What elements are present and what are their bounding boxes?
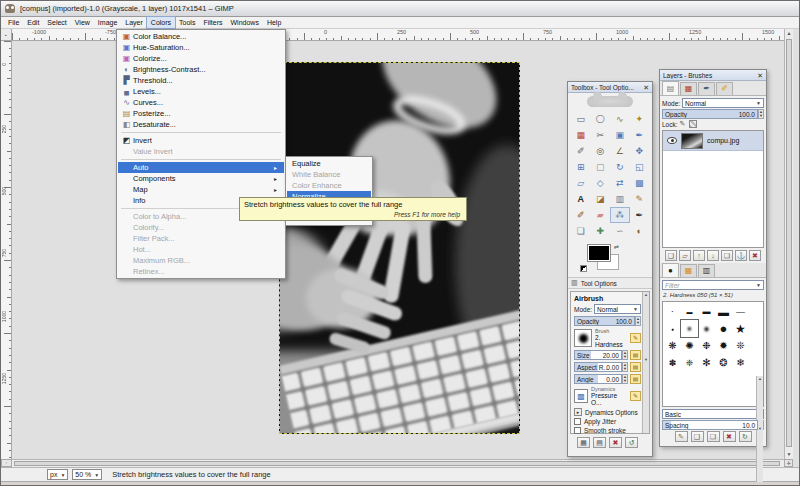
layer-opacity-slider[interactable]: Opacity 100.0	[662, 109, 758, 119]
reset-options-button[interactable]: ↺	[625, 437, 638, 448]
tool-select-by-color[interactable]: ▦	[571, 127, 591, 143]
menu-bar-item[interactable]: Filters	[199, 17, 226, 28]
brush-filter-input[interactable]: Filter ▼	[662, 280, 764, 290]
colors-menu-item[interactable]: ▣ Color Balance...	[118, 31, 284, 42]
colors-menu-item[interactable]: ◐ Brightness-Contrast...	[118, 64, 284, 75]
colors-menu-item[interactable]: Auto ▸	[118, 162, 284, 173]
tool-dodge-burn[interactable]: ◐	[630, 223, 650, 239]
h-scrollbar[interactable]	[12, 459, 784, 467]
tool-paintbrush[interactable]: ✐	[571, 207, 591, 223]
tool-flip[interactable]: ⇄	[610, 175, 630, 191]
tool-shear[interactable]: ▱	[571, 175, 591, 191]
smooth-stroke-checkbox[interactable]	[574, 427, 581, 434]
ruler-origin-button[interactable]: ▪	[1, 29, 12, 41]
tool-paths[interactable]: ✒	[630, 127, 650, 143]
colors-menu-item[interactable]: Colorify...	[118, 222, 284, 233]
aspect-stepper[interactable]: ▲▼	[622, 362, 628, 372]
tool-scale[interactable]: ◱	[630, 159, 650, 175]
delete-layer-button[interactable]: ✖	[749, 250, 761, 261]
colors-menu-item[interactable]: ◩ Invert	[118, 135, 284, 146]
zoom-select[interactable]: 50 % ▼	[72, 469, 102, 480]
menu-bar-item[interactable]: Help	[263, 17, 285, 28]
brush-item[interactable]: ▬	[681, 303, 698, 320]
lock-alpha-icon[interactable]	[689, 120, 697, 128]
brush-item[interactable]: ★	[732, 320, 749, 337]
lower-layer-button[interactable]: ↓	[707, 250, 719, 261]
colors-menu-item[interactable]: Filter Pack...	[118, 233, 284, 244]
brush-item[interactable]: ❈	[681, 354, 698, 371]
colors-menu-item[interactable]: ∿ Curves...	[118, 97, 284, 108]
colors-menu-item[interactable]: ▅ Levels...	[118, 86, 284, 97]
tool-free-select[interactable]: ∿	[610, 111, 630, 127]
tool-eraser[interactable]: ▰	[591, 207, 611, 223]
tool-color-picker[interactable]: ✐	[571, 143, 591, 159]
brush-item[interactable]: ❋	[664, 337, 681, 354]
tool-options-scrollbar[interactable]: ▲▼	[642, 292, 649, 433]
tool-scissors-select[interactable]: ✂	[591, 127, 611, 143]
brush-item[interactable]: ❊	[732, 337, 749, 354]
tool-bucket-fill[interactable]: ◪	[591, 191, 611, 207]
title-bar[interactable]: [compus] (imported)-1.0 (Grayscale, 1 la…	[1, 1, 800, 17]
restore-options-button[interactable]: ▤	[593, 437, 606, 448]
gradients-tab[interactable]: ▥	[698, 264, 715, 277]
visibility-eye-icon[interactable]	[667, 137, 677, 144]
toolbox-title-bar[interactable]: Toolbox - Tool Optio... ✕	[568, 82, 652, 93]
menu-bar-item[interactable]: Image	[94, 17, 121, 28]
brush-item[interactable]: —	[732, 303, 749, 320]
menu-bar-item[interactable]: Windows	[226, 17, 262, 28]
opacity-slider[interactable]: Opacity 100.0	[574, 316, 635, 326]
brush-thumbnail[interactable]	[574, 329, 592, 347]
edit-brush-button[interactable]: ✎	[675, 431, 688, 442]
colors-menu-item[interactable]: Retinex...	[118, 266, 284, 277]
tool-ellipse-select[interactable]: ◯	[591, 111, 611, 127]
h-scroll-thumb[interactable]	[14, 461, 780, 466]
v-scrollbar[interactable]: ▲ ▼	[784, 29, 793, 459]
tool-foreground-select[interactable]: ▣	[610, 127, 630, 143]
opacity-stepper[interactable]: ▲▼	[635, 316, 641, 326]
aspect-ratio-slider[interactable]: Aspect R... 0.00	[574, 362, 622, 372]
scroll-down-icon[interactable]: ▼	[785, 450, 793, 459]
tool-rect-select[interactable]: ▭	[571, 111, 591, 127]
layer-mode-select[interactable]: Normal ▼	[682, 98, 764, 108]
new-group-button[interactable]: ▱	[679, 250, 691, 261]
close-icon[interactable]: ✕	[642, 84, 650, 91]
menu-bar-item[interactable]: File	[4, 17, 23, 28]
dynamics-options-expander[interactable]: ▸	[574, 408, 582, 416]
menu-bar-item[interactable]: Tools	[175, 17, 199, 28]
layers-tab[interactable]: ▤	[662, 81, 679, 95]
colors-menu-item[interactable]: Components ▸	[118, 173, 284, 184]
brush-item[interactable]: ✽	[664, 354, 681, 371]
colors-menu-item[interactable]: ◧ Desaturate...	[118, 119, 284, 130]
brush-item[interactable]: ●	[664, 320, 681, 337]
colors-menu-item[interactable]: ▣ Colorize...	[118, 53, 284, 64]
canvas-image[interactable]	[279, 62, 520, 434]
auto-submenu-item[interactable]: Equalize	[287, 158, 371, 169]
edit-brush-icon[interactable]: ✎	[630, 333, 641, 343]
menu-bar-item[interactable]: View	[71, 17, 94, 28]
paths-tab[interactable]: ✒	[698, 82, 715, 95]
tool-crop[interactable]: ▢	[591, 159, 611, 175]
tool-perspective[interactable]: ◇	[591, 175, 611, 191]
brush-item[interactable]: ●	[681, 320, 698, 337]
brush-item[interactable]: ▬	[715, 303, 732, 320]
menu-bar-item[interactable]: Edit	[23, 17, 43, 28]
save-options-button[interactable]: ▦	[577, 437, 590, 448]
colors-menu-item[interactable]: ▣ Hue-Saturation...	[118, 42, 284, 53]
menu-bar-item[interactable]: Select	[43, 17, 70, 28]
raise-layer-button[interactable]: ↑	[693, 250, 705, 261]
brush-item[interactable]: ✺	[681, 337, 698, 354]
patterns-tab[interactable]: ▦	[680, 264, 697, 277]
spacing-slider[interactable]: Spacing 10.0	[662, 420, 758, 430]
navigation-button[interactable]: ✛	[784, 459, 793, 467]
history-tab[interactable]: ✐	[716, 82, 733, 95]
default-colors-icon[interactable]	[580, 265, 587, 272]
brush-item[interactable]: ❄	[732, 354, 749, 371]
tool-airbrush[interactable]: ⁂	[610, 207, 630, 223]
swap-colors-icon[interactable]: ⇄	[614, 243, 619, 250]
reset-size-icon[interactable]: ▤	[630, 350, 641, 360]
v-scroll-thumb[interactable]	[786, 39, 792, 447]
tool-blend[interactable]: ▥	[610, 191, 630, 207]
tool-pencil[interactable]: ✎	[630, 191, 650, 207]
brush-item[interactable]: ▪	[664, 303, 681, 320]
reset-angle-icon[interactable]: ▤	[630, 374, 641, 384]
